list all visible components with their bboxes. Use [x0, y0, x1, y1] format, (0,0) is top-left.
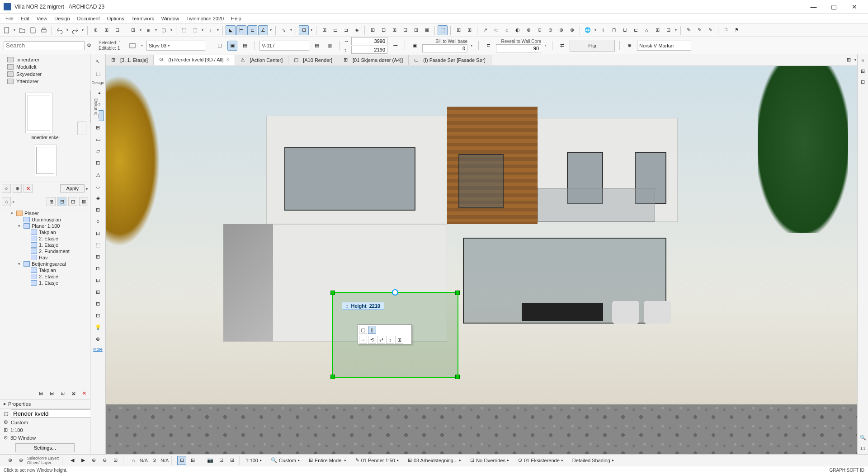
lamp-tool[interactable]: 💡 [92, 322, 104, 333]
nav-mode4-button[interactable]: ⊠ [79, 197, 88, 206]
c6-button[interactable]: ⊙ [534, 25, 544, 35]
qb-scale-combo[interactable]: 1:100▸ [242, 457, 265, 464]
object-tool[interactable]: ⊡ [92, 228, 104, 239]
e2-button[interactable]: ⊟ [378, 25, 388, 35]
search-settings-button[interactable]: ⚙ [86, 41, 92, 51]
print-button[interactable] [39, 25, 49, 35]
marker-button[interactable]: ⚐ [721, 25, 731, 35]
id-opt-button[interactable]: ▤ [312, 41, 322, 51]
nav-b4-button[interactable]: ⊠ [69, 389, 77, 397]
layer-icon2[interactable]: ⊛ [16, 456, 25, 465]
s5-button[interactable]: ⌂ [642, 25, 651, 35]
more-tools-link[interactable]: More [93, 345, 103, 353]
scale-row[interactable]: ⊞1:100 [0, 426, 90, 434]
nav-project-dropdown[interactable]: ▸ [13, 200, 14, 204]
opening-tool[interactable]: ⊡ [92, 275, 104, 286]
qb-pen-combo[interactable]: ✎01 Penner 1:50▸ [352, 456, 402, 464]
pet-opt2[interactable]: ▯ [368, 326, 376, 334]
s6-button[interactable]: ⊞ [652, 25, 662, 35]
s7-dropdown[interactable]: ▼ [674, 25, 678, 35]
t1-tool[interactable]: ⊞ [92, 286, 104, 297]
column-tool[interactable]: ⊞ [92, 122, 104, 133]
menu-twinmotion[interactable]: Twinmotion 2020 [183, 15, 227, 22]
fav-star-button[interactable]: ☆ [2, 184, 11, 193]
c7-button[interactable]: ⊘ [545, 25, 555, 35]
skylight-tool[interactable]: ◈ [92, 192, 104, 203]
e6-button[interactable]: ⊠ [422, 25, 432, 35]
snap-endpoint-button[interactable]: ◣ [226, 25, 236, 35]
maximize-button[interactable]: ▢ [824, 0, 844, 13]
snap-dropdown[interactable]: ▼ [269, 25, 273, 35]
preview-thumbnail[interactable] [25, 93, 52, 133]
dokume-side-tab[interactable]: Dokume [90, 91, 99, 123]
qb-persp-button[interactable]: ⊡ [177, 456, 186, 465]
railing-tool[interactable]: ⊓ [92, 263, 104, 274]
pet-rotate[interactable]: ⟲ [368, 336, 376, 344]
qb-back-button[interactable]: ◀ [68, 456, 77, 465]
new-dropdown[interactable]: ▼ [13, 25, 16, 35]
qb-model-combo[interactable]: ⊞Entire Model▸ [306, 456, 349, 464]
m2-dropdown[interactable]: ▼ [201, 25, 204, 35]
qb-fit-button[interactable]: ⊡ [111, 456, 120, 465]
menu-edit[interactable]: Edit [17, 15, 33, 22]
folder-skyvedorer[interactable]: Skyvedører [0, 70, 90, 78]
reveal-input[interactable] [496, 44, 541, 52]
shell-tool[interactable]: ◡ [92, 181, 104, 192]
menu-window[interactable]: Window [158, 15, 183, 22]
menu-document[interactable]: Document [74, 15, 104, 22]
layers-button[interactable]: ≡ [143, 25, 153, 35]
3d-viewport[interactable]: ↕ Height 2210 ▢ ▯ ↔ ⟲ ⇄ ↕ ⊞ [106, 66, 857, 454]
geom3-button[interactable]: ▤ [240, 41, 250, 51]
qb-cam3-button[interactable]: ⊞ [227, 456, 236, 465]
tree-1etasje2[interactable]: 1. Etasje [0, 280, 90, 286]
properties-header[interactable]: ▸Properties [0, 399, 90, 408]
folder-ytterdorer[interactable]: Ytterdører [0, 78, 90, 85]
pet-move[interactable]: ↔ [359, 336, 367, 344]
stair-tool[interactable]: ⊟ [92, 157, 104, 168]
tab-nav-button[interactable]: ⊞ [844, 55, 854, 65]
nav-b2-button[interactable]: ⊟ [47, 389, 56, 397]
tree-planer-100[interactable]: ▾Planer 1:100 [0, 223, 90, 229]
marquee-tool[interactable]: ⬚ [92, 68, 104, 79]
pen1-button[interactable]: ✎ [684, 25, 693, 35]
custom-row[interactable]: ⚙Custom [0, 418, 90, 426]
trace-button[interactable]: ▢ [159, 25, 169, 35]
menu-teamwork[interactable]: Teamwork [128, 15, 158, 22]
pet-mirror[interactable]: ⇄ [377, 336, 385, 344]
qb-axo-button[interactable]: ⊞ [188, 456, 197, 465]
m1-button[interactable]: ⬚ [179, 25, 189, 35]
c5-button[interactable]: ⊗ [524, 25, 533, 35]
zone-tool[interactable]: ⬚ [92, 239, 104, 250]
undo-dropdown[interactable]: ▼ [66, 25, 69, 35]
s4-button[interactable]: ⊏ [631, 25, 641, 35]
layer-icon1[interactable]: ⊚ [5, 456, 14, 465]
nav-b3-button[interactable]: ⊡ [58, 389, 66, 397]
pen2-button[interactable]: ✎ [694, 25, 704, 35]
tree-planer[interactable]: ▾Planer [0, 210, 90, 216]
selected-window-overlay[interactable]: ↕ Height 2210 ▢ ▯ ↔ ⟲ ⇄ ↕ ⊞ [332, 292, 458, 378]
snap-mid-button[interactable]: ⊢ [236, 25, 246, 35]
m3-dropdown[interactable]: ▼ [216, 25, 220, 35]
c9-button[interactable]: ⊚ [567, 25, 577, 35]
qb-reno-combo[interactable]: ⊞03 Arbeidstegning...▸ [405, 456, 464, 464]
rs-opt1-button[interactable]: ⊞ [859, 67, 867, 75]
qb-status-combo[interactable]: ⊙01 Eksisterende▸ [515, 456, 566, 464]
pick-button[interactable]: ⊕ [90, 25, 100, 35]
guide-button[interactable]: ↘ [278, 25, 288, 35]
morph-tool[interactable]: ◊ [92, 216, 104, 227]
tab-plan[interactable]: ⊞[3. 1. Etasje] [106, 55, 154, 65]
tab-render-3d[interactable]: ⊙(I) Render kveld [3D / All]× [154, 55, 235, 66]
t5-tool[interactable]: ⊚ [92, 333, 104, 344]
f1-button[interactable]: ⊞ [453, 25, 463, 35]
element-type-combo[interactable]: Skyv 03▸ [146, 41, 205, 51]
width-input[interactable] [351, 37, 387, 45]
m3-button[interactable]: ↕ [205, 25, 215, 35]
slab-tool[interactable]: ▱ [92, 145, 104, 156]
layers-dropdown[interactable]: ▼ [154, 25, 158, 35]
anchor-icon[interactable]: ▣ [410, 41, 420, 51]
t3-tool[interactable]: ⊡ [92, 310, 104, 321]
rs-expand-button[interactable]: « [859, 56, 867, 64]
selection-handle[interactable] [330, 291, 335, 295]
folder-innerdorer[interactable]: Innerdører [0, 56, 90, 63]
redo-button[interactable] [70, 25, 80, 35]
